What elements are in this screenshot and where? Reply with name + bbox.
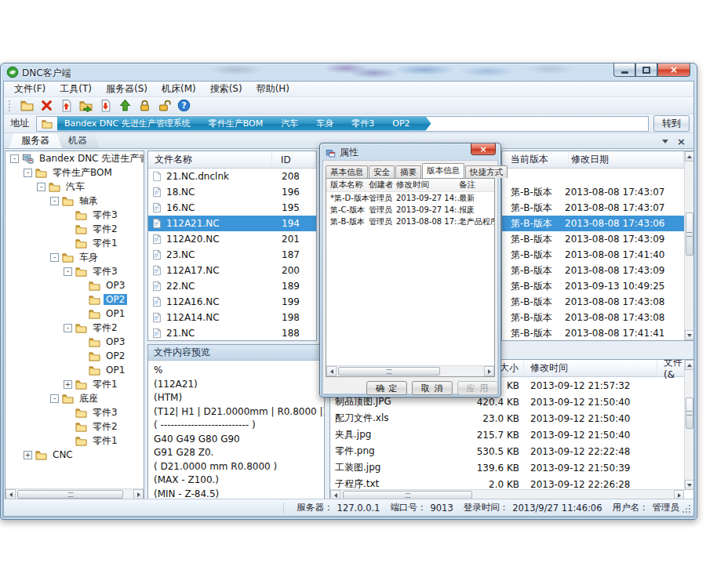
menu-item[interactable]: 搜索(S)	[203, 81, 249, 97]
collapse-icon[interactable]: -	[50, 253, 59, 262]
file-row[interactable]: 22.NC189	[148, 278, 316, 294]
version-row[interactable]	[502, 169, 684, 184]
tree-node[interactable]: 零件2	[5, 222, 144, 236]
tree-node[interactable]: +CNC	[5, 448, 144, 462]
collapse-icon[interactable]: -	[10, 154, 19, 163]
tree-horizontal-scrollbar[interactable]	[5, 488, 144, 499]
version-row[interactable]: 第-B-版本2013-08-08 17:43:09	[502, 231, 684, 247]
file-row[interactable]: 112A16.NC199	[148, 294, 316, 310]
tree-node[interactable]: OP1	[5, 307, 144, 321]
scroll-up-icon[interactable]	[685, 360, 694, 370]
version-row[interactable]: 第-B-版本2013-08-08 17:43:07	[502, 200, 684, 216]
file-row[interactable]: 112A14.NC198	[148, 310, 316, 325]
version-row[interactable]: 第-B-版本2013-08-08 17:43:07	[502, 184, 684, 200]
lock-icon[interactable]	[138, 99, 151, 112]
menu-item[interactable]: 服务器(S)	[99, 81, 155, 97]
collapse-icon[interactable]: -	[64, 267, 72, 276]
menu-item[interactable]: 工具(T)	[53, 81, 99, 97]
breadcrumb-segment[interactable]: 零件生产BOM	[196, 117, 275, 131]
file-row[interactable]: 112A21.NC194	[148, 216, 316, 231]
breadcrumb-segment[interactable]: Bandex DNC 先进生产管理系统	[57, 117, 202, 131]
minimize-button[interactable]	[613, 64, 635, 77]
collapse-icon[interactable]: -	[24, 169, 32, 177]
tree-node[interactable]: -零件生产BOM	[5, 165, 144, 180]
collapse-icon[interactable]: -	[64, 324, 72, 332]
version-row[interactable]: 第-B-版本2013-08-08 17:43:08	[502, 294, 684, 310]
tree-node[interactable]: OP2	[5, 292, 144, 307]
file-row[interactable]: 21.NC188	[148, 325, 316, 341]
column-header-version-name[interactable]: 版本名称	[326, 180, 369, 191]
version-row[interactable]: 第-B-版本2013-08-08 17:43:06	[502, 216, 684, 231]
tree-node[interactable]: OP3	[5, 278, 144, 292]
column-header-note[interactable]: 备注	[459, 180, 494, 191]
tree-node[interactable]: OP1	[5, 363, 144, 377]
version-row[interactable]: 第-B-版本2013-08-08 17:43:09	[502, 263, 684, 278]
column-header-filename[interactable]: 文件名称	[148, 151, 272, 168]
scroll-down-icon[interactable]	[685, 330, 694, 340]
dialog-tab[interactable]: 基本信息	[326, 165, 368, 178]
breadcrumb-segment[interactable]: OP2	[380, 117, 420, 131]
dialog-titlebar[interactable]: 属性 ×	[320, 143, 500, 159]
collapse-icon[interactable]: -	[37, 183, 45, 191]
file-row[interactable]: 23.NC187	[148, 247, 316, 263]
tree-node[interactable]: -底座	[5, 391, 144, 405]
dialog-tab[interactable]: 摘要	[395, 165, 421, 178]
tree-node[interactable]: 零件2	[5, 419, 144, 434]
dialog-horizontal-scrollbar[interactable]	[326, 365, 494, 376]
panel-close-icon[interactable]: ×	[677, 136, 686, 147]
expand-icon[interactable]: +	[64, 380, 72, 389]
scroll-up-icon[interactable]	[685, 151, 694, 162]
dialog-tab[interactable]: 安全	[369, 165, 395, 178]
version-entry[interactable]: 第-B-版本管理员2013-08-08 17:...老产品程序	[326, 216, 494, 227]
scroll-left-icon[interactable]	[326, 366, 337, 376]
scroll-down-icon[interactable]	[685, 480, 694, 490]
tree-node[interactable]: -零件3	[5, 264, 144, 278]
attachment-row[interactable]: 配刀文件.xls23.0 KB2013-09-12 21:50:40	[330, 410, 684, 426]
check-out-icon[interactable]	[99, 99, 112, 112]
view-tab[interactable]: 服务器	[9, 133, 62, 148]
menu-item[interactable]: 帮助(H)	[249, 81, 297, 97]
tree-node[interactable]: OP2	[5, 349, 144, 363]
column-header-time[interactable]: 修改时间	[524, 360, 657, 376]
file-row[interactable]: 112A20.NC201	[148, 231, 316, 247]
collapse-icon[interactable]: -	[50, 394, 59, 403]
upload-icon[interactable]	[118, 99, 132, 112]
title-bar[interactable]: DNC客户端 ×	[1, 64, 697, 81]
tree-node[interactable]: 零件3	[5, 208, 144, 222]
import-folder-icon[interactable]	[79, 99, 93, 112]
version-entry[interactable]: 第-C-版本管理员2013-09-27 14:...报废	[326, 204, 494, 216]
attachment-row[interactable]: 夹具.jpg215.7 KB2013-09-12 21:50:40	[330, 426, 684, 443]
scroll-thumb[interactable]	[17, 490, 123, 499]
vertical-scrollbar[interactable]	[684, 151, 694, 340]
version-row[interactable]: 第-B-版本2013-08-08 17:41:40	[502, 247, 684, 263]
version-row[interactable]: 第-B-版本2013-08-08 17:41:41	[502, 325, 684, 341]
tree-node[interactable]: -Bandex DNC 先进生产管理系统	[5, 151, 144, 165]
file-row[interactable]: 21.NC.dnclnk208	[148, 169, 316, 184]
vertical-scrollbar[interactable]	[684, 360, 694, 490]
view-tab[interactable]: 机器	[56, 133, 100, 148]
collapse-icon[interactable]: -	[50, 197, 59, 205]
scroll-right-icon[interactable]	[484, 366, 494, 376]
chevron-down-icon[interactable]	[662, 140, 668, 147]
column-header-modified-time[interactable]: 修改时间	[396, 180, 459, 191]
menu-item[interactable]: 文件(F)	[7, 81, 53, 97]
scroll-thumb[interactable]	[338, 367, 440, 376]
attachment-row[interactable]: 工装图.jpg139.6 KB2013-09-12 21:50:39	[330, 459, 684, 476]
ok-button[interactable]: 确 定	[366, 381, 407, 395]
tree-node[interactable]: -轴承	[5, 194, 144, 208]
version-entry[interactable]: *第-D-版本管理员2013-09-27 14:...最新	[326, 192, 494, 204]
column-header-modified-date[interactable]: 修改日期	[569, 151, 684, 168]
file-row[interactable]: 16.NC195	[148, 200, 316, 216]
breadcrumb-segment[interactable]: 零件3	[339, 117, 385, 131]
help-icon[interactable]: ?	[177, 99, 191, 112]
tree-node[interactable]: 零件1	[5, 434, 144, 448]
column-header-creator[interactable]: 创建者	[369, 180, 396, 191]
maximize-button[interactable]	[635, 64, 657, 77]
column-header-current-version[interactable]: 当前版本	[502, 151, 569, 168]
tree-node[interactable]: -车身	[5, 250, 144, 264]
scroll-thumb[interactable]	[686, 212, 693, 256]
expand-icon[interactable]: +	[24, 451, 32, 459]
tree-node[interactable]: 零件3	[5, 405, 144, 419]
tree-node[interactable]: +零件1	[5, 377, 144, 391]
apply-button[interactable]: 应 用	[457, 381, 498, 395]
